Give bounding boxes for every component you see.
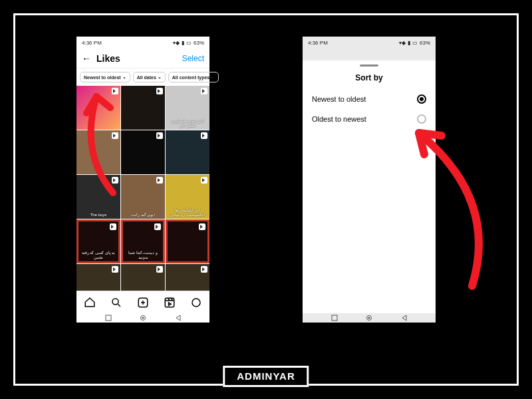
reels-icon	[201, 88, 207, 94]
grid-caption: بوی گند رانت!	[131, 212, 155, 217]
bottom-nav	[76, 291, 209, 313]
back-button-icon[interactable]	[401, 315, 408, 321]
signal-icon: ▮	[182, 40, 184, 46]
recent-apps-icon[interactable]	[331, 315, 338, 321]
search-icon[interactable]	[110, 297, 122, 309]
filter-bar: Newest to oldest ⌄ All dates ⌄ All conte…	[76, 68, 209, 86]
grid-caption: و دیدمت کجا شما بدونید	[123, 250, 163, 259]
reels-icon	[112, 132, 118, 139]
radio-unselected-icon	[417, 114, 426, 124]
chevron-down-icon: ⌄	[122, 74, 126, 80]
home-button-icon[interactable]	[140, 315, 146, 321]
status-bar: 4:36 PM ▾◆ ▮ ▭ 63%	[303, 37, 436, 49]
sort-bottom-sheet: Sort by Newest to oldest Oldest to newes…	[303, 61, 436, 313]
grid-item[interactable]: و دیدمت کجا شما بدونید	[121, 219, 165, 263]
sort-option-newest[interactable]: Newest to oldest	[303, 89, 436, 109]
filter-sort-label: Newest to oldest	[84, 75, 121, 80]
reels-icon	[112, 177, 118, 184]
grid-item[interactable]	[76, 86, 120, 130]
sheet-title: Sort by	[303, 70, 436, 89]
option-label: Newest to oldest	[312, 95, 366, 103]
grid-item[interactable]	[121, 130, 165, 174]
svg-point-9	[368, 317, 370, 319]
grid-caption: این اپلیکیشن‌ها جاسوسیت رو میکنن!	[166, 207, 209, 217]
radio-selected-icon	[417, 94, 426, 104]
reels-icon	[156, 132, 163, 139]
select-button[interactable]: Select	[182, 54, 204, 63]
watermark-text: ADMINYAR	[237, 370, 295, 382]
android-nav	[303, 313, 436, 323]
svg-point-6	[142, 317, 144, 319]
grid-caption: The boys	[90, 213, 107, 217]
reels-icon	[199, 223, 205, 230]
status-bar: 4:36 PM ▾◆ ▮ ▭ 63%	[76, 37, 209, 49]
svg-rect-2	[165, 298, 174, 307]
grid-item[interactable]: این اپلیکیشن‌ها جاسوسیت رو میکنن!	[166, 175, 209, 219]
battery-icon: ▭	[412, 40, 418, 46]
home-icon[interactable]	[84, 297, 96, 309]
reels-icon	[201, 266, 207, 273]
filter-sort[interactable]: Newest to oldest ⌄	[80, 72, 130, 82]
status-time: 4:36 PM	[308, 40, 328, 46]
status-time: 4:36 PM	[82, 40, 102, 46]
likes-grid: آشپزخونتو اینطوری مخفی کن The boys بوی گ…	[76, 86, 209, 308]
svg-point-0	[112, 299, 118, 305]
svg-point-3	[192, 299, 200, 307]
grid-item[interactable]: The boys	[76, 175, 120, 219]
battery-pct: 63%	[420, 40, 430, 46]
recent-apps-icon[interactable]	[105, 315, 112, 321]
reels-icon	[201, 177, 207, 184]
phone-likes-screen: 4:36 PM ▾◆ ▮ ▭ 63% ← Likes Select Newest…	[76, 37, 209, 323]
grid-item[interactable]	[166, 130, 209, 174]
filter-type-label: All content types	[172, 75, 209, 80]
grid-item[interactable]: آشپزخونتو اینطوری مخفی کن	[166, 86, 209, 130]
reels-icon	[156, 266, 163, 273]
battery-pct: 63%	[194, 40, 204, 46]
reels-icon	[154, 223, 161, 230]
svg-rect-4	[106, 315, 111, 321]
grid-caption: آشپزخونتو اینطوری مخفی کن	[166, 118, 209, 128]
grid-item[interactable]	[121, 86, 165, 130]
back-button-icon[interactable]	[175, 315, 182, 321]
filter-date-label: All dates	[137, 75, 156, 80]
battery-icon: ▭	[186, 40, 192, 46]
header: ← Likes Select	[76, 49, 209, 68]
grid-item[interactable]	[166, 219, 209, 263]
sheet-handle[interactable]	[360, 65, 378, 66]
home-button-icon[interactable]	[366, 315, 372, 321]
option-label: Oldest to newest	[312, 115, 366, 123]
profile-icon[interactable]	[190, 297, 202, 309]
new-post-icon[interactable]	[137, 297, 149, 309]
back-button[interactable]: ←	[82, 53, 91, 64]
wifi-icon: ▾◆	[399, 40, 406, 46]
reels-icon	[110, 223, 116, 230]
reels-icon	[112, 88, 118, 94]
grid-caption: به پای کسی که رفته نشین	[78, 250, 118, 259]
wifi-icon: ▾◆	[173, 40, 180, 46]
grid-item[interactable]: بوی گند رانت!	[121, 175, 165, 219]
page-title: Likes	[96, 53, 120, 64]
phone-sort-sheet: 4:36 PM ▾◆ ▮ ▭ 63% Sort by Newest to old…	[303, 37, 436, 323]
signal-icon: ▮	[408, 40, 410, 46]
svg-rect-7	[332, 315, 337, 321]
grid-item[interactable]: به پای کسی که رفته نشین	[76, 219, 120, 263]
reels-icon	[112, 266, 118, 273]
reels-icon	[156, 88, 163, 94]
reels-icon	[156, 177, 163, 184]
reels-icon[interactable]	[164, 297, 176, 309]
chevron-down-icon: ⌄	[158, 74, 162, 80]
android-nav	[76, 313, 209, 323]
reels-icon	[201, 132, 207, 139]
grid-item[interactable]	[76, 130, 120, 174]
chevron-down-icon: ⌄	[211, 74, 215, 80]
filter-type[interactable]: All content types ⌄	[168, 72, 219, 82]
watermark: ADMINYAR	[223, 366, 309, 387]
filter-date[interactable]: All dates ⌄	[133, 72, 166, 82]
sort-option-oldest[interactable]: Oldest to newest	[303, 109, 436, 129]
